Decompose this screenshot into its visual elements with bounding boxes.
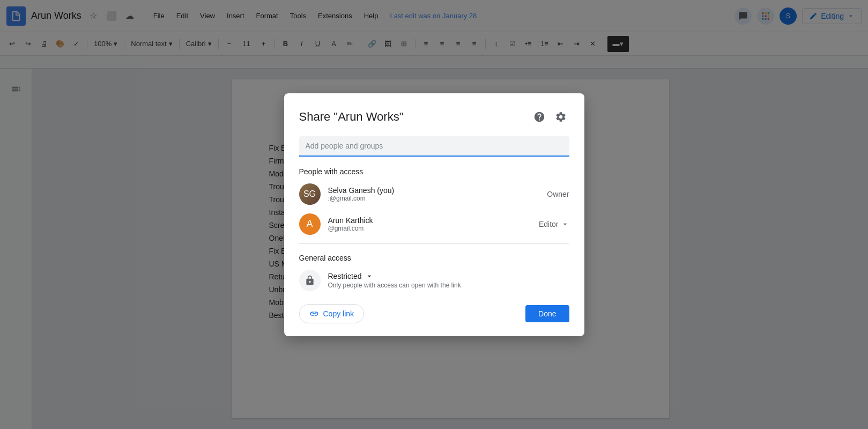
settings-icon-button[interactable]	[552, 108, 569, 125]
dialog-header: Share "Arun Works"	[299, 108, 569, 125]
selva-avatar: SG	[299, 183, 321, 205]
arun-role-label: Editor	[539, 220, 559, 228]
general-access-row: Restricted Only people with access can o…	[299, 270, 569, 291]
access-chevron-icon	[365, 272, 374, 280]
help-icon-button[interactable]	[531, 108, 548, 125]
selva-info: Selva Ganesh (you) :@gmail.com	[328, 186, 547, 202]
access-type-dropdown[interactable]: Restricted	[328, 272, 569, 280]
arun-name: Arun Karthick	[328, 216, 539, 225]
selva-name: Selva Ganesh (you)	[328, 186, 547, 195]
person-row-selva: SG Selva Ganesh (you) :@gmail.com Owner	[299, 183, 569, 205]
lock-avatar	[299, 270, 321, 291]
done-button[interactable]: Done	[525, 305, 569, 322]
copy-link-label: Copy link	[323, 309, 354, 318]
selva-role: Owner	[547, 190, 569, 198]
modal-overlay: Share "Arun Works" People with access SG…	[0, 0, 868, 429]
general-access-label: General access	[299, 254, 569, 262]
share-input-container	[299, 136, 569, 157]
dialog-footer: Copy link Done	[299, 304, 569, 323]
add-people-input[interactable]	[299, 136, 569, 157]
access-type-label: Restricted	[328, 272, 362, 280]
dialog-header-icons	[531, 108, 569, 125]
arun-email: @gmail.com	[328, 225, 539, 232]
arun-info: Arun Karthick @gmail.com	[328, 216, 539, 232]
section-divider	[299, 243, 569, 244]
arun-role-dropdown[interactable]: Editor	[539, 220, 569, 228]
copy-link-button[interactable]: Copy link	[299, 304, 365, 323]
link-icon	[309, 309, 319, 319]
access-description: Only people with access can open with th…	[328, 282, 569, 289]
chevron-down-icon	[561, 220, 569, 228]
people-section-label: People with access	[299, 167, 569, 176]
access-info: Restricted Only people with access can o…	[328, 272, 569, 289]
share-dialog: Share "Arun Works" People with access SG…	[284, 93, 584, 336]
dialog-title: Share "Arun Works"	[299, 110, 404, 124]
selva-email: :@gmail.com	[328, 195, 547, 202]
person-row-arun: A Arun Karthick @gmail.com Editor	[299, 213, 569, 235]
arun-avatar: A	[299, 213, 321, 235]
